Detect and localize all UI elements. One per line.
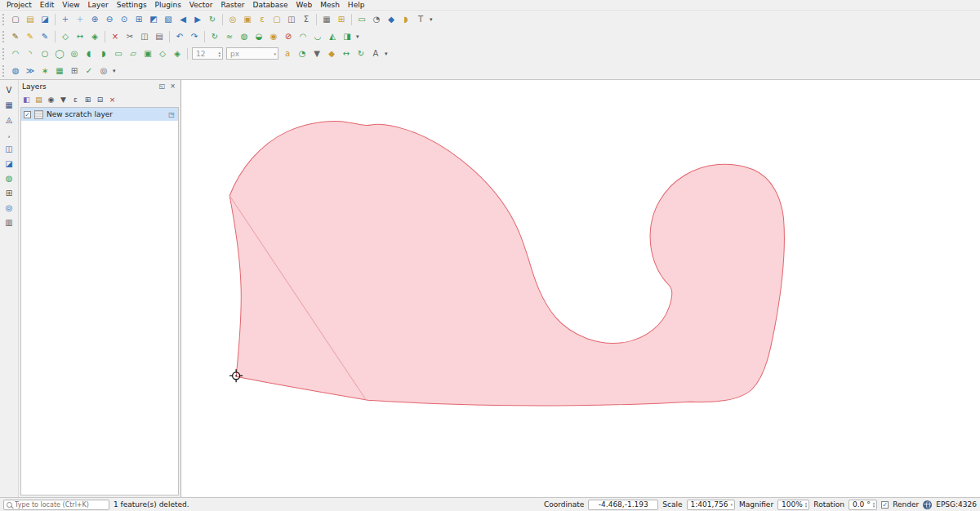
zoom-out-icon[interactable]: ⊖ [103, 13, 116, 26]
font-size-combo[interactable]: 12 ▴▾ [192, 47, 223, 60]
menu-edit[interactable]: Edit [36, 0, 58, 11]
toolbar-overflow-icon[interactable]: ▾ [356, 33, 359, 40]
python-console-icon[interactable]: ≫ [24, 64, 37, 78]
new-virtual-layer-icon[interactable]: ▥ [2, 216, 16, 229]
zoom-to-layer-icon[interactable]: ▧ [162, 13, 175, 26]
add-raster-layer-icon[interactable]: ▦ [2, 99, 16, 112]
regular-polygon-2points-icon[interactable]: ◇ [156, 47, 169, 60]
magnifier-spinbox[interactable]: 100% ▴▾ [777, 500, 809, 510]
add-spatialite-layer-icon[interactable]: ◪ [2, 158, 16, 171]
locate-box[interactable] [3, 500, 109, 510]
rectangle-extent-icon[interactable]: ▭ [112, 47, 125, 60]
paste-features-icon[interactable]: ▤ [153, 30, 166, 43]
crs-indicator[interactable]: EPSG:4326 [936, 500, 977, 509]
processing-toolbox-icon[interactable]: ∗ [38, 64, 51, 78]
redo-icon[interactable]: ↷ [188, 30, 201, 43]
rotate-label-icon[interactable]: ↻ [354, 47, 368, 60]
toolbar-overflow-icon[interactable]: ▾ [430, 16, 433, 23]
new-map-view-icon[interactable]: ▭ [355, 13, 368, 26]
add-xyz-layer-icon[interactable]: ⊞ [2, 187, 16, 200]
coordinate-value-box[interactable]: -4.468,-1.193 [588, 500, 658, 510]
magnifier-spin-icons[interactable]: ▴▾ [805, 501, 808, 508]
toolbar-drag-handle[interactable] [2, 65, 6, 77]
ellipse-extent-icon[interactable]: ◗ [97, 47, 110, 60]
circle-3points-icon[interactable]: ◯ [53, 47, 66, 60]
circle-center-point-icon[interactable]: ◎ [68, 47, 81, 60]
menu-project[interactable]: Project [2, 0, 36, 11]
filter-by-expression-icon[interactable]: ε [70, 94, 81, 104]
menu-plugins[interactable]: Plugins [151, 0, 185, 11]
deselect-features-icon[interactable]: ▢ [270, 13, 283, 26]
zoom-next-icon[interactable]: ▶ [191, 13, 204, 26]
circular-string-icon[interactable]: ◠ [9, 47, 22, 60]
scratch-polygon-feature[interactable] [229, 121, 784, 405]
rectangle-3points-icon[interactable]: ▱ [127, 47, 140, 60]
undo-icon[interactable]: ↶ [173, 30, 186, 43]
add-wfs-layer-icon[interactable]: ◎ [2, 202, 16, 215]
toolbar-overflow-icon[interactable]: ▾ [385, 51, 388, 57]
identify-features-icon[interactable]: ◎ [226, 13, 239, 26]
delete-selected-icon[interactable]: × [109, 30, 122, 43]
ellipse-center-2points-icon[interactable]: ◖ [82, 47, 96, 60]
font-unit-combo[interactable]: px ▾ [226, 47, 278, 60]
map-svg[interactable] [181, 80, 980, 497]
collapse-all-icon[interactable]: ⊟ [95, 94, 105, 104]
layer-diagram-icon[interactable]: ◔ [296, 47, 309, 60]
layer-item-new-scratch-layer[interactable]: ✓ New scratch layer ◳ [21, 108, 178, 121]
add-vector-layer-icon[interactable]: V [2, 84, 16, 97]
highlight-labels-icon[interactable]: ◆ [325, 47, 338, 60]
layer-labeling-icon[interactable]: a [281, 47, 294, 60]
map-canvas[interactable] [181, 80, 980, 497]
menu-vector[interactable]: Vector [185, 0, 217, 11]
add-wms-layer-icon[interactable]: ◍ [2, 172, 16, 185]
combo-caret-icon[interactable]: ▾ [274, 52, 276, 56]
rotate-feature-icon[interactable]: ↻ [208, 30, 221, 43]
manage-map-themes-icon[interactable]: ◉ [46, 94, 56, 104]
memory-layer-indicator-icon[interactable]: ◳ [167, 110, 176, 118]
osm-place-search-icon[interactable]: ◎ [97, 64, 110, 78]
regular-polygon-center-icon[interactable]: ◈ [171, 47, 184, 60]
add-polygon-feature-icon[interactable]: ◇ [59, 30, 72, 43]
open-project-icon[interactable]: ▤ [24, 13, 37, 26]
pan-map-icon[interactable]: + [59, 13, 72, 26]
circle-2points-icon[interactable]: ○ [38, 47, 51, 60]
select-by-expression-icon[interactable]: ε [256, 13, 269, 26]
refresh-map-icon[interactable]: ↻ [206, 13, 219, 26]
save-project-icon[interactable]: ◪ [38, 13, 51, 26]
toggle-editing-icon[interactable]: ✎ [24, 30, 37, 43]
field-calculator-icon[interactable]: ⊞ [335, 13, 348, 26]
menu-raster[interactable]: Raster [217, 0, 249, 11]
rotation-spinbox[interactable]: 0.0 ° ▴▾ [849, 500, 877, 510]
move-label-icon[interactable]: ↔ [340, 47, 353, 60]
topology-checker-icon[interactable]: ✓ [82, 64, 96, 78]
float-panel-icon[interactable]: ◱ [158, 82, 167, 91]
temporal-controller-icon[interactable]: ◔ [370, 13, 383, 26]
pan-to-selection-icon[interactable]: + [74, 13, 87, 26]
layer-label[interactable]: New scratch layer [47, 110, 164, 118]
cut-features-icon[interactable]: ✂ [123, 30, 136, 43]
rotation-spin-icons[interactable]: ▴▾ [873, 501, 875, 508]
fill-ring-icon[interactable]: ◉ [267, 30, 280, 43]
new-project-icon[interactable]: ▢ [9, 13, 22, 26]
merge-features-icon[interactable]: ◨ [341, 30, 354, 43]
simplify-feature-icon[interactable]: ≈ [223, 30, 236, 43]
offset-curve-icon[interactable]: ◠ [296, 30, 310, 43]
measure-line-icon[interactable]: ◫ [285, 13, 298, 26]
menu-mesh[interactable]: Mesh [316, 0, 344, 11]
zoom-native-icon[interactable]: ⊙ [118, 13, 131, 26]
circular-string-radius-icon[interactable]: ◝ [24, 47, 37, 60]
scale-caret-icon[interactable]: ▾ [730, 503, 733, 506]
spinner-arrows-icon[interactable]: ▴▾ [218, 51, 220, 57]
close-panel-icon[interactable]: × [168, 82, 177, 91]
reshape-features-icon[interactable]: ◡ [311, 30, 324, 43]
text-annotation-icon[interactable]: T [414, 13, 427, 26]
open-attribute-table-icon[interactable]: ▦ [320, 13, 333, 26]
add-part-icon[interactable]: ◒ [252, 30, 265, 43]
rectangle-center-icon[interactable]: ▣ [141, 47, 154, 60]
zoom-to-selection-icon[interactable]: ◩ [147, 13, 160, 26]
pin-labels-icon[interactable]: ▼ [310, 47, 323, 60]
menu-web[interactable]: Web [292, 0, 317, 11]
menu-view[interactable]: View [58, 0, 83, 11]
statistical-summary-icon[interactable]: Σ [300, 13, 313, 26]
zoom-last-icon[interactable]: ◀ [176, 13, 189, 26]
